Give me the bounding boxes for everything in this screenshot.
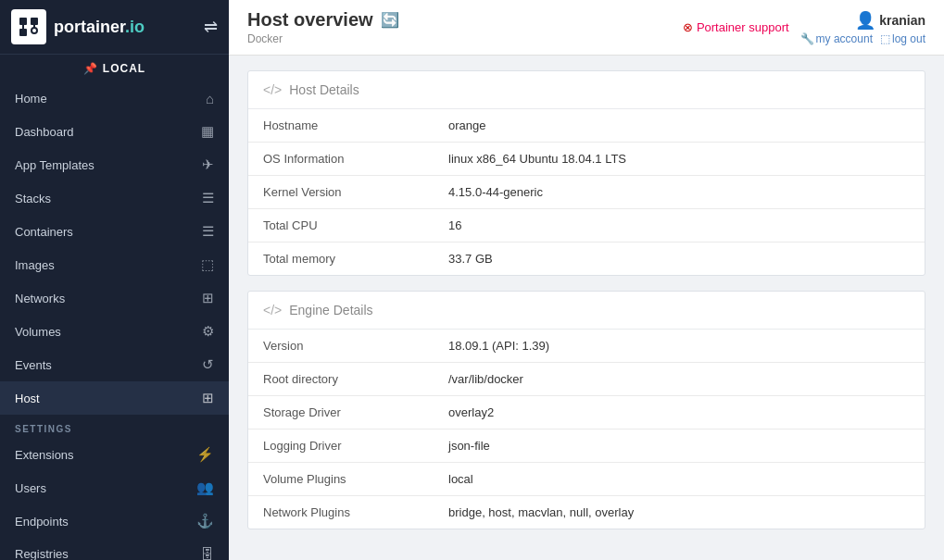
environment-label: 📌 LOCAL — [0, 55, 229, 82]
sidebar-item-label: Volumes — [15, 325, 61, 339]
table-row: Total CPU16 — [248, 209, 925, 243]
table-row: Storage Driveroverlay2 — [248, 396, 925, 429]
table-row: Logging Driverjson-file — [248, 429, 925, 463]
home-icon: ⌂ — [206, 91, 214, 106]
refresh-icon[interactable]: 🔄 — [381, 11, 399, 29]
sidebar-item-home[interactable]: Home ⌂ — [0, 82, 229, 115]
top-bar: Host overview 🔄 Docker ⊗ Portainer suppo… — [229, 0, 944, 56]
sidebar-item-label: Host — [15, 392, 40, 405]
table-row: Kernel Version4.15.0-44-generic — [248, 176, 925, 209]
logo-domain: .io — [125, 18, 145, 36]
svg-rect-2 — [31, 18, 38, 25]
sidebar-item-label: Extensions — [15, 448, 74, 462]
row-label: Hostname — [248, 109, 434, 143]
sidebar-item-registries[interactable]: Registries 🗄 — [0, 538, 229, 560]
networks-icon: ⊞ — [202, 290, 214, 306]
engine-details-card: </> Engine Details Version18.09.1 (API: … — [247, 291, 925, 529]
sidebar-item-app-templates[interactable]: App Templates ✈ — [0, 148, 229, 181]
containers-icon: ☰ — [202, 223, 214, 240]
row-label: Total memory — [248, 243, 434, 276]
svg-point-4 — [31, 28, 37, 33]
table-row: Root directory/var/lib/docker — [248, 363, 925, 396]
sidebar-item-label: Events — [15, 358, 52, 372]
user-links: 🔧 my account ⬚ log out — [800, 32, 925, 45]
row-value: 18.09.1 (API: 1.39) — [434, 330, 925, 363]
row-value: 16 — [434, 209, 925, 243]
registries-icon: 🗄 — [200, 546, 214, 560]
sidebar-item-stacks[interactable]: Stacks ☰ — [0, 181, 229, 215]
table-row: OS Informationlinux x86_64 Ubuntu 18.04.… — [248, 143, 925, 176]
content-area: </> Host Details HostnameorangeOS Inform… — [229, 56, 944, 560]
volumes-icon: ⚙ — [202, 323, 214, 340]
sidebar-item-label: Images — [15, 258, 55, 272]
host-details-header: </> Host Details — [248, 71, 925, 109]
row-value: local — [434, 463, 925, 496]
logout-icon: ⬚ — [880, 32, 890, 45]
engine-details-header: </> Engine Details — [248, 292, 925, 330]
logo-text: portainer.io — [54, 18, 145, 37]
logo-icon — [11, 9, 46, 44]
row-value: 33.7 GB — [434, 243, 925, 276]
main-content: Host overview 🔄 Docker ⊗ Portainer suppo… — [229, 0, 944, 560]
endpoints-icon: ⚓ — [196, 513, 214, 529]
sidebar-item-label: Users — [15, 481, 46, 495]
users-icon: 👥 — [196, 479, 214, 496]
log-out-link[interactable]: ⬚ log out — [880, 32, 925, 45]
sidebar-item-images[interactable]: Images ⬚ — [0, 248, 229, 281]
sidebar-item-events[interactable]: Events ↺ — [0, 348, 229, 381]
sidebar: portainer.io ⇌ 📌 LOCAL Home ⌂ Dashboard … — [0, 0, 229, 560]
pin-icon: 📌 — [83, 62, 98, 75]
row-value: linux x86_64 Ubuntu 18.04.1 LTS — [434, 143, 925, 176]
table-row: Hostnameorange — [248, 109, 925, 143]
row-label: OS Information — [248, 143, 434, 176]
engine-details-table: Version18.09.1 (API: 1.39)Root directory… — [248, 330, 925, 529]
row-label: Kernel Version — [248, 176, 434, 209]
sidebar-item-containers[interactable]: Containers ☰ — [0, 215, 229, 248]
sidebar-item-label: Registries — [15, 547, 69, 560]
events-icon: ↺ — [202, 356, 214, 373]
sidebar-item-volumes[interactable]: Volumes ⚙ — [0, 315, 229, 348]
sidebar-item-endpoints[interactable]: Endpoints ⚓ — [0, 504, 229, 538]
sidebar-item-label: Networks — [15, 292, 65, 305]
my-account-link[interactable]: 🔧 my account — [800, 32, 873, 45]
svg-rect-1 — [19, 29, 27, 36]
table-row: Version18.09.1 (API: 1.39) — [248, 330, 925, 363]
support-link[interactable]: ⊗ Portainer support — [683, 20, 789, 34]
row-value: bridge, host, macvlan, null, overlay — [434, 496, 925, 529]
row-label: Network Plugins — [248, 496, 434, 529]
sidebar-item-label: App Templates — [15, 158, 94, 172]
sidebar-item-label: Dashboard — [15, 125, 74, 139]
top-bar-right: ⊗ Portainer support 👤 kranian 🔧 my accou… — [683, 10, 925, 45]
dashboard-icon: ▦ — [201, 123, 214, 140]
table-row: Volume Pluginslocal — [248, 463, 925, 496]
row-label: Version — [248, 330, 434, 363]
extensions-icon: ⚡ — [196, 446, 214, 463]
username-display: 👤 kranian — [855, 10, 925, 31]
host-details-title: Host Details — [289, 82, 359, 97]
sidebar-item-extensions[interactable]: Extensions ⚡ — [0, 438, 229, 471]
sidebar-item-networks[interactable]: Networks ⊞ — [0, 281, 229, 315]
row-value: 4.15.0-44-generic — [434, 176, 925, 209]
user-avatar-icon: 👤 — [855, 10, 875, 31]
stacks-icon: ☰ — [202, 190, 214, 206]
table-row: Network Pluginsbridge, host, macvlan, nu… — [248, 496, 925, 529]
sidebar-item-dashboard[interactable]: Dashboard ▦ — [0, 115, 229, 148]
logo-area: portainer.io ⇌ — [0, 0, 229, 55]
row-value: json-file — [434, 429, 925, 463]
images-icon: ⬚ — [201, 256, 214, 273]
toggle-sidebar-button[interactable]: ⇌ — [204, 17, 218, 37]
sidebar-item-label: Endpoints — [15, 515, 69, 529]
row-label: Total CPU — [248, 209, 434, 243]
page-title-area: Host overview 🔄 Docker — [247, 9, 399, 45]
sidebar-item-host[interactable]: Host ⊞ — [0, 381, 229, 415]
page-subtitle: Docker — [247, 32, 399, 45]
row-value: /var/lib/docker — [434, 363, 925, 396]
sidebar-item-label: Stacks — [15, 192, 51, 205]
wrench-icon: 🔧 — [800, 32, 814, 45]
row-value: overlay2 — [434, 396, 925, 429]
row-value: orange — [434, 109, 925, 143]
sidebar-item-users[interactable]: Users 👥 — [0, 471, 229, 504]
table-row: Total memory33.7 GB — [248, 243, 925, 276]
sidebar-item-label: Containers — [15, 225, 73, 239]
code-icon-2: </> — [263, 303, 282, 317]
